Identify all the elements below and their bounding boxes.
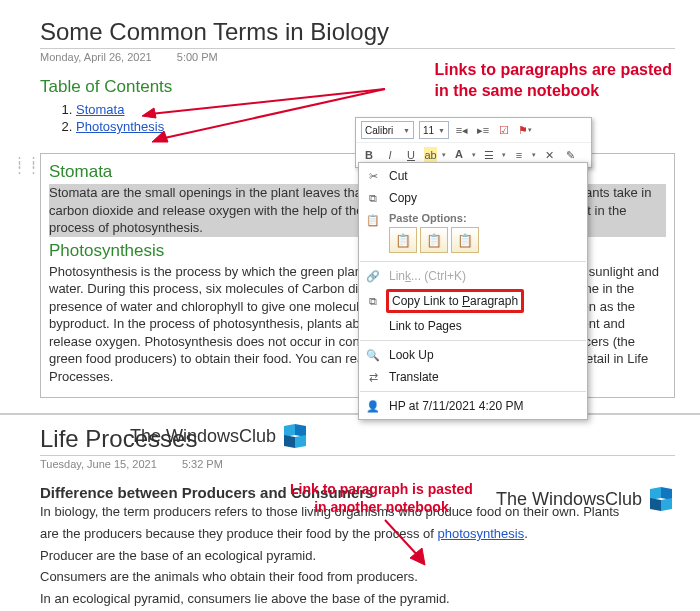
svg-line-2 [160,89,385,139]
svg-marker-1 [142,108,156,118]
person-icon: 👤 [365,398,381,414]
bullets-icon[interactable]: ☰ [481,147,497,163]
clear-formatting-icon[interactable]: ✕ [541,147,557,163]
paste-icon: 📋 [365,212,381,228]
indent-icon[interactable]: ▸≡ [475,122,491,138]
menu-lookup[interactable]: 🔍Look Up [359,344,587,366]
translate-icon: ⇄ [365,369,381,385]
menu-author-info[interactable]: 👤HP at 7/11/2021 4:20 PM [359,395,587,417]
windowsclub-logo: The WindowsClub [496,488,672,510]
paste-keep-formatting[interactable]: 📋 [389,227,417,253]
link-icon: 🔗 [365,268,381,284]
body-line: are the producers because they produce t… [40,525,675,543]
inline-link-photosynthesis[interactable]: photosynthesis [437,526,524,541]
page-title: Some Common Terms in Biology [40,18,675,49]
svg-marker-3 [152,131,168,142]
annotation-arrow-icon [140,84,390,144]
context-menu: ✂Cut ⧉Copy 📋Paste Options: 📋 📋 📋 🔗Link..… [358,162,588,420]
menu-link: 🔗Link... (Ctrl+K) [359,265,587,287]
date-time: Tuesday, June 15, 2021 5:32 PM [40,458,675,470]
lookup-icon: 🔍 [365,347,381,363]
copy-link-icon: ⧉ [365,293,381,309]
paste-options-label: 📋Paste Options: [359,209,587,225]
paste-options-row: 📋 📋 📋 [359,225,587,258]
svg-line-4 [385,520,420,558]
numbering-icon[interactable]: ≡ [511,147,527,163]
annotation-arrow-icon [380,518,440,568]
paste-merge[interactable]: 📋 [420,227,448,253]
body-line: Consumers are the animals who obtain the… [40,568,675,586]
logo-mark-icon [650,488,672,510]
body-line: Producer are the base of an ecological p… [40,547,675,565]
menu-link-to-pages[interactable]: Link to Pages [359,315,587,337]
cut-icon: ✂ [365,168,381,184]
font-selector[interactable]: Calibri▼ [361,121,414,139]
paste-text-only[interactable]: 📋 [451,227,479,253]
date: Monday, April 26, 2021 [40,51,152,63]
menu-cut[interactable]: ✂Cut [359,165,587,187]
svg-line-0 [150,89,385,114]
menu-copy-link-paragraph[interactable]: ⧉Copy Link to Paragraph [359,287,587,315]
tags-icon[interactable]: ⚑▾ [517,122,533,138]
dropdown-icon[interactable]: ▾ [442,151,446,159]
highlight-icon[interactable]: ab [424,147,437,163]
menu-translate[interactable]: ⇄Translate [359,366,587,388]
date: Tuesday, June 15, 2021 [40,458,157,470]
copy-icon: ⧉ [365,190,381,206]
outdent-icon[interactable]: ≡◂ [454,122,470,138]
todo-tag-icon[interactable]: ☑ [496,122,512,138]
format-painter-icon[interactable]: ✎ [562,147,578,163]
bold-icon[interactable]: B [361,147,377,163]
mini-toolbar[interactable]: Calibri▼ 11▼ ≡◂ ▸≡ ☑ ⚑▾ B I U ab▾ A▾ ☰▾ … [355,117,592,168]
container-grip-icon[interactable]: ⋮⋮⋮⋮ [13,159,41,171]
underline-icon[interactable]: U [403,147,419,163]
time: 5:32 PM [182,458,223,470]
body-line: In an ecological pyramid, consumers lie … [40,590,675,608]
italic-icon[interactable]: I [382,147,398,163]
toc-link-stomata[interactable]: Stomata [76,102,124,117]
page-title: Life Processes [40,425,675,456]
dropdown-icon[interactable]: ▾ [532,151,536,159]
dropdown-icon[interactable]: ▾ [502,151,506,159]
menu-copy[interactable]: ⧉Copy [359,187,587,209]
annotation-text: Link to paragraph is pasted in another n… [290,480,473,516]
time: 5:00 PM [177,51,218,63]
font-size-selector[interactable]: 11▼ [419,121,449,139]
dropdown-icon[interactable]: ▾ [472,151,476,159]
annotation-text: Links to paragraphs are pasted in the sa… [435,60,672,102]
